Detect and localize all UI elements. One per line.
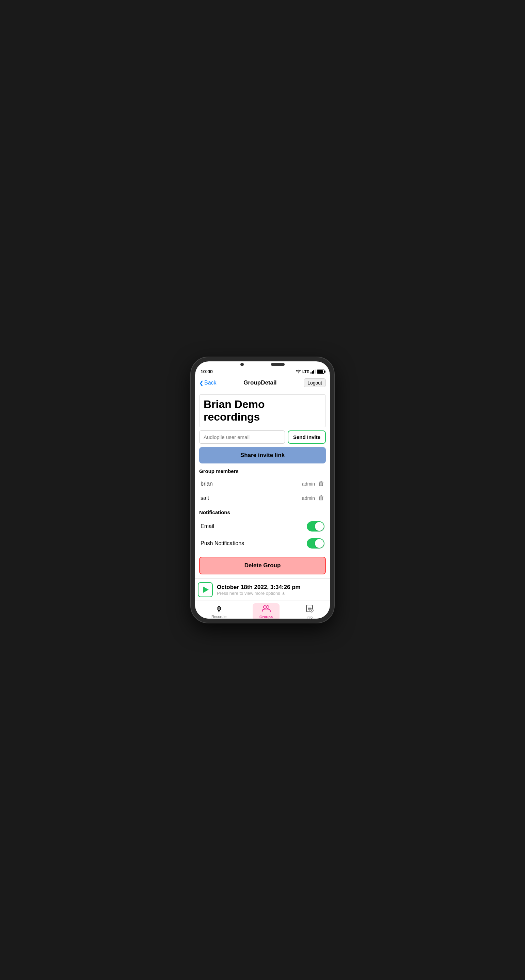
email-toggle-label: Email [201, 523, 214, 530]
status-time: 10:00 [201, 369, 213, 374]
speaker-grill [271, 363, 285, 366]
svg-point-0 [298, 372, 298, 373]
back-button[interactable]: ❮ Back [199, 380, 217, 386]
push-toggle-row: Push Notifications [199, 535, 326, 552]
recording-title: October 18th 2022, 3:34:26 pm [217, 584, 327, 591]
nav-bar: ❮ Back GroupDetail Logout [195, 375, 330, 390]
group-title: Brian Demo recordings [199, 395, 326, 427]
members-section-label: Group members [199, 468, 326, 474]
delete-member-brian-icon[interactable]: 🗑 [318, 480, 324, 487]
info-icon [305, 605, 314, 614]
email-toggle[interactable] [307, 521, 324, 531]
info-tab-label: Info [306, 615, 313, 619]
signal-bars [311, 369, 316, 374]
chevron-up-icon: ▲ [282, 591, 286, 595]
tab-recorder[interactable]: 🎙 Recorder [204, 604, 233, 619]
push-toggle-knob [315, 539, 324, 548]
recorder-tab-label: Recorder [211, 614, 227, 619]
recording-row: October 18th 2022, 3:34:26 pm Press here… [195, 579, 330, 601]
wifi-icon [295, 369, 301, 374]
notifications-section: Notifications Email Push Notifications [199, 509, 326, 552]
email-toggle-knob [315, 522, 324, 531]
notifications-section-label: Notifications [199, 509, 326, 515]
member-right-salt: admin 🗑 [302, 495, 324, 501]
member-row: brian admin 🗑 [199, 477, 326, 491]
status-icons: LTE [295, 369, 324, 374]
battery-fill [318, 370, 323, 373]
nav-title: GroupDetail [243, 379, 276, 386]
battery-icon [317, 369, 324, 374]
groups-tab-label: Groups [259, 615, 273, 619]
member-row-salt: salt admin 🗑 [199, 491, 326, 505]
email-toggle-row: Email [199, 518, 326, 535]
member-name-brian: brian [201, 481, 213, 487]
signal-bar-2 [312, 371, 313, 374]
phone-frame: 10:00 LTE [191, 357, 334, 623]
recording-info: October 18th 2022, 3:34:26 pm Press here… [217, 584, 327, 596]
recording-subtitle-text: Press here to view more options [217, 591, 280, 596]
delete-member-salt-icon[interactable]: 🗑 [318, 495, 324, 501]
svg-point-2 [266, 606, 269, 608]
share-invite-link-button[interactable]: Share invite link [199, 447, 326, 463]
tab-bar: 🎙 Recorder Groups [195, 601, 330, 619]
lte-label: LTE [302, 369, 309, 374]
signal-bar-4 [314, 369, 316, 374]
back-chevron-icon: ❮ [199, 380, 204, 386]
status-bar: 10:00 LTE [195, 367, 330, 375]
member-role-brian: admin [302, 481, 315, 487]
push-toggle-label: Push Notifications [201, 540, 244, 546]
member-name-salt: salt [201, 495, 209, 501]
groups-icon [262, 605, 271, 614]
logout-button[interactable]: Logout [304, 379, 326, 387]
screen-content: ❮ Back GroupDetail Logout Brian Demo rec… [195, 375, 330, 619]
recorder-icon: 🎙 [215, 605, 223, 614]
play-button[interactable] [198, 582, 213, 597]
back-label: Back [204, 380, 217, 386]
tab-groups[interactable]: Groups [253, 603, 279, 619]
play-icon [203, 587, 209, 593]
push-toggle[interactable] [307, 538, 324, 549]
member-role-salt: admin [302, 495, 315, 501]
recording-subtitle[interactable]: Press here to view more options ▲ [217, 591, 327, 596]
signal-bar-3 [313, 370, 314, 374]
tab-info[interactable]: Info [298, 603, 321, 619]
invite-row: Send Invite [199, 430, 326, 444]
phone-screen: 10:00 LTE [195, 361, 330, 619]
main-content: Brian Demo recordings Send Invite Share … [195, 390, 330, 579]
notch-area [195, 361, 330, 367]
member-right-brian: admin 🗑 [302, 480, 324, 487]
email-input[interactable] [199, 430, 285, 444]
camera-dot [240, 363, 244, 366]
svg-point-1 [263, 606, 266, 608]
send-invite-button[interactable]: Send Invite [288, 430, 326, 444]
signal-bar-1 [311, 372, 311, 374]
delete-group-button[interactable]: Delete Group [199, 557, 326, 574]
